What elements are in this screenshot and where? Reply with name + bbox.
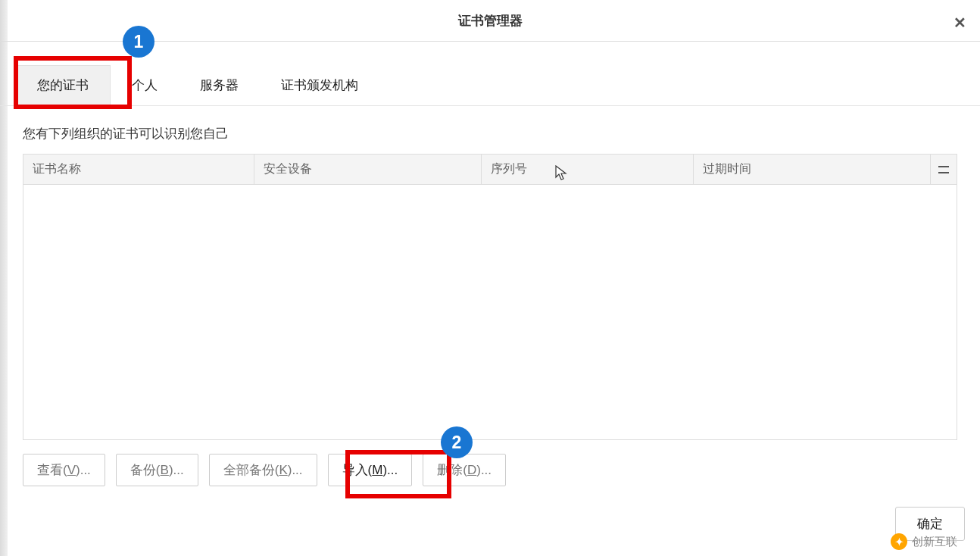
column-cert-name[interactable]: 证书名称 [23, 155, 254, 184]
tab-personal[interactable]: 个人 [111, 66, 179, 105]
column-picker-icon[interactable] [930, 155, 957, 184]
annotation-badge-2: 2 [441, 426, 473, 458]
column-security-device[interactable]: 安全设备 [254, 155, 482, 184]
close-icon[interactable]: ✕ [953, 14, 966, 32]
action-button-row: 查看(V)... 备份(B)... 全部备份(K)... 导入(M)... 删除… [0, 440, 980, 500]
import-button[interactable]: 导入(M)... [328, 454, 413, 486]
table-body-empty [23, 185, 957, 439]
backup-button[interactable]: 备份(B)... [116, 454, 198, 486]
watermark-logo-icon: ✦ [891, 533, 907, 550]
tab-authorities[interactable]: 证书颁发机构 [260, 66, 379, 105]
view-button[interactable]: 查看(V)... [23, 454, 105, 486]
watermark-text: 创新互联 [912, 535, 957, 549]
tab-your-certificates[interactable]: 您的证书 [15, 65, 111, 105]
column-serial-number[interactable]: 序列号 [482, 155, 694, 184]
backup-all-button[interactable]: 全部备份(K)... [209, 454, 317, 486]
annotation-badge-1: 1 [123, 26, 154, 58]
delete-button[interactable]: 删除(D)... [423, 454, 506, 486]
tab-description: 您有下列组织的证书可以识别您自己 [0, 106, 980, 154]
tab-servers[interactable]: 服务器 [179, 66, 260, 105]
certificate-table: 证书名称 安全设备 序列号 过期时间 [23, 154, 957, 440]
tabs-row: 您的证书 个人 服务器 证书颁发机构 [0, 64, 980, 106]
dialog-title: 证书管理器 [458, 12, 523, 30]
table-header-row: 证书名称 安全设备 序列号 过期时间 [23, 155, 957, 185]
column-expiry-time[interactable]: 过期时间 [694, 155, 930, 184]
watermark: ✦ 创新互联 [891, 533, 957, 550]
